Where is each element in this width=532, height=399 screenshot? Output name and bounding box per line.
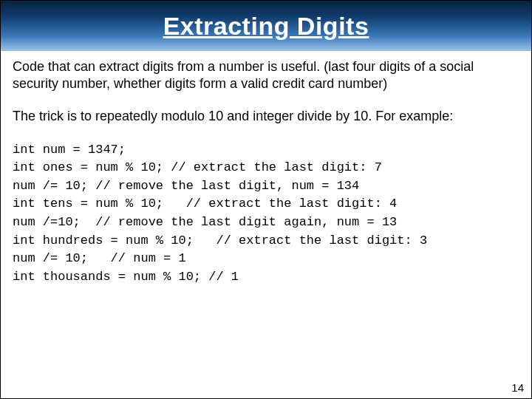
slide-title: Extracting Digits (163, 12, 369, 41)
title-banner: Extracting Digits (1, 1, 531, 51)
slide: Extracting Digits Code that can extract … (0, 0, 532, 399)
paragraph-intro: Code that can extract digits from a numb… (13, 58, 519, 92)
slide-body: Code that can extract digits from a numb… (1, 51, 531, 287)
page-number: 14 (511, 381, 524, 394)
code-block: int num = 1347; int ones = num % 10; // … (13, 141, 519, 287)
paragraph-explain: The trick is to repeatedly modulo 10 and… (13, 108, 519, 125)
